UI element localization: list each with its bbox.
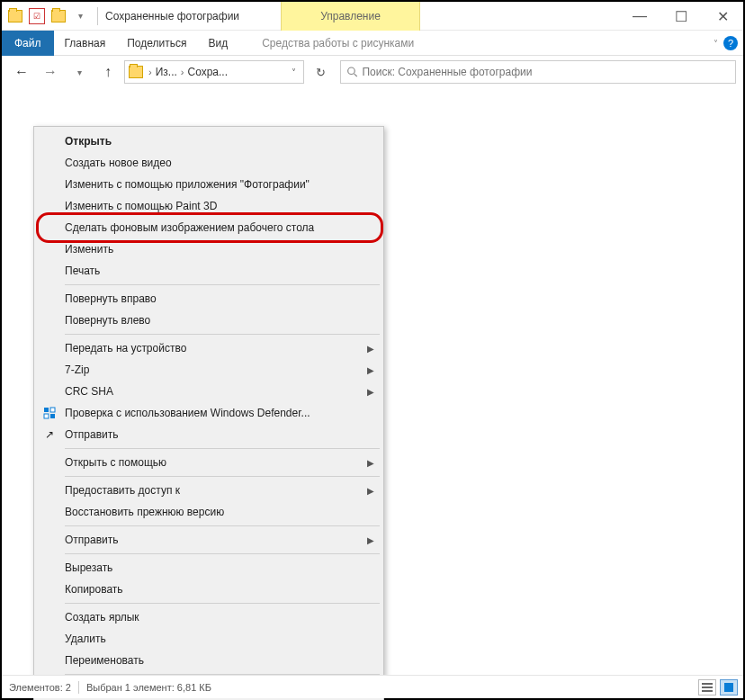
address-dropdown-icon[interactable]: ˅ bbox=[288, 67, 300, 77]
submenu-arrow-icon: ▶ bbox=[367, 344, 374, 354]
ctx-7zip[interactable]: 7-Zip▶ bbox=[36, 359, 381, 381]
file-explorer-window: ☑ ▾ Сохраненные фотографии Управление — … bbox=[0, 0, 745, 700]
ctx-open-with[interactable]: Открыть с помощью▶ bbox=[36, 452, 381, 473]
svg-rect-2 bbox=[44, 408, 49, 412]
ctx-open[interactable]: Открыть bbox=[36, 130, 381, 152]
qat-dropdown-icon[interactable]: ▾ bbox=[72, 8, 88, 24]
ctx-separator bbox=[65, 448, 380, 449]
submenu-arrow-icon: ▶ bbox=[367, 458, 374, 468]
new-folder-qat-icon[interactable] bbox=[50, 8, 67, 24]
ctx-share[interactable]: ↗Отправить bbox=[36, 424, 381, 445]
thumbnails-view-button[interactable] bbox=[720, 679, 738, 696]
ctx-restore-version[interactable]: Восстановить прежнюю версию bbox=[36, 501, 381, 523]
context-tab-manage[interactable]: Управление bbox=[281, 2, 420, 31]
ctx-edit-photos[interactable]: Изменить с помощью приложения "Фотографи… bbox=[36, 174, 381, 195]
ctx-rotate-ccw[interactable]: Повернуть влево bbox=[36, 310, 381, 331]
window-controls: — ☐ ✕ bbox=[619, 2, 743, 31]
submenu-arrow-icon: ▶ bbox=[367, 535, 374, 545]
submenu-arrow-icon: ▶ bbox=[367, 387, 374, 397]
search-icon bbox=[346, 66, 358, 78]
submenu-arrow-icon: ▶ bbox=[367, 486, 374, 496]
divider bbox=[78, 681, 79, 694]
breadcrumb-2[interactable]: Сохра... bbox=[184, 66, 231, 78]
status-item-count: Элементов: 2 bbox=[9, 682, 71, 693]
refresh-button[interactable]: ↻ bbox=[308, 60, 333, 84]
ctx-cast[interactable]: Передать на устройство▶ bbox=[36, 337, 381, 359]
ctx-set-wallpaper[interactable]: Сделать фоновым изображением рабочего ст… bbox=[36, 217, 381, 238]
ctx-crc-sha[interactable]: CRC SHA▶ bbox=[36, 381, 381, 402]
close-button[interactable]: ✕ bbox=[702, 2, 743, 31]
ctx-separator bbox=[65, 603, 380, 604]
ctx-delete[interactable]: Удалить bbox=[36, 628, 381, 650]
status-bar: Элементов: 2 Выбран 1 элемент: 6,81 КБ bbox=[2, 675, 743, 698]
search-input[interactable] bbox=[362, 66, 730, 78]
ctx-create-video[interactable]: Создать новое видео bbox=[36, 152, 381, 174]
properties-qat-icon[interactable]: ☑ bbox=[29, 8, 45, 24]
shield-icon bbox=[41, 405, 58, 421]
context-menu: Открыть Создать новое видео Изменить с п… bbox=[33, 126, 384, 700]
ctx-cut[interactable]: Вырезать bbox=[36, 557, 381, 579]
minimize-button[interactable]: — bbox=[619, 2, 660, 31]
ctx-rotate-cw[interactable]: Повернуть вправо bbox=[36, 288, 381, 310]
address-bar[interactable]: › Из... › Сохра... ˅ bbox=[124, 60, 304, 84]
ctx-separator bbox=[65, 334, 380, 335]
ctx-separator bbox=[65, 476, 380, 477]
ctx-separator bbox=[65, 284, 380, 285]
share-tab[interactable]: Поделиться bbox=[116, 31, 197, 56]
folder-icon bbox=[7, 8, 23, 24]
help-icon[interactable]: ? bbox=[723, 36, 738, 50]
picture-tools-tab[interactable]: Средства работы с рисунками bbox=[251, 31, 425, 56]
search-box[interactable] bbox=[340, 60, 736, 84]
svg-rect-4 bbox=[44, 414, 49, 418]
ctx-copy[interactable]: Копировать bbox=[36, 579, 381, 600]
ctx-edit-paint3d[interactable]: Изменить с помощью Paint 3D bbox=[36, 195, 381, 217]
divider bbox=[97, 7, 98, 25]
nav-forward-button: → bbox=[38, 59, 63, 85]
ribbon-expand-icon[interactable]: ˅ bbox=[714, 39, 718, 49]
home-tab[interactable]: Главная bbox=[54, 31, 117, 56]
view-tab[interactable]: Вид bbox=[197, 31, 238, 56]
ctx-create-shortcut[interactable]: Создать ярлык bbox=[36, 606, 381, 628]
nav-history-dropdown[interactable]: ▾ bbox=[67, 59, 92, 85]
view-mode-switch bbox=[698, 679, 738, 696]
nav-back-button[interactable]: ← bbox=[9, 59, 34, 85]
maximize-button[interactable]: ☐ bbox=[660, 2, 702, 31]
ctx-rename[interactable]: Переименовать bbox=[36, 650, 381, 671]
ctx-send-to[interactable]: Отправить▶ bbox=[36, 529, 381, 551]
svg-rect-3 bbox=[50, 408, 55, 412]
breadcrumb-1[interactable]: Из... bbox=[152, 66, 181, 78]
ctx-edit[interactable]: Изменить bbox=[36, 238, 381, 260]
ctx-separator bbox=[65, 525, 380, 526]
ribbon-tabs: Файл Главная Поделиться Вид Средства раб… bbox=[2, 31, 743, 56]
svg-point-0 bbox=[348, 67, 355, 75]
file-tab[interactable]: Файл bbox=[2, 31, 54, 56]
ctx-print[interactable]: Печать bbox=[36, 260, 381, 282]
window-title: Сохраненные фотографии bbox=[102, 10, 239, 22]
svg-rect-5 bbox=[50, 414, 55, 418]
nav-up-button[interactable]: ↑ bbox=[95, 59, 121, 85]
details-view-button[interactable] bbox=[698, 679, 716, 696]
svg-line-1 bbox=[355, 74, 357, 76]
submenu-arrow-icon: ▶ bbox=[367, 365, 374, 375]
ctx-defender[interactable]: Проверка с использованием Windows Defend… bbox=[36, 402, 381, 424]
ctx-give-access[interactable]: Предоставить доступ к▶ bbox=[36, 480, 381, 501]
nav-toolbar: ← → ▾ ↑ › Из... › Сохра... ˅ ↻ bbox=[2, 56, 743, 88]
quick-access-toolbar: ☑ ▾ bbox=[2, 8, 94, 24]
ctx-separator bbox=[65, 553, 380, 554]
folder-icon bbox=[129, 66, 143, 78]
titlebar: ☑ ▾ Сохраненные фотографии Управление — … bbox=[2, 2, 743, 31]
share-icon: ↗ bbox=[41, 426, 58, 443]
status-selection: Выбран 1 элемент: 6,81 КБ bbox=[86, 682, 211, 693]
